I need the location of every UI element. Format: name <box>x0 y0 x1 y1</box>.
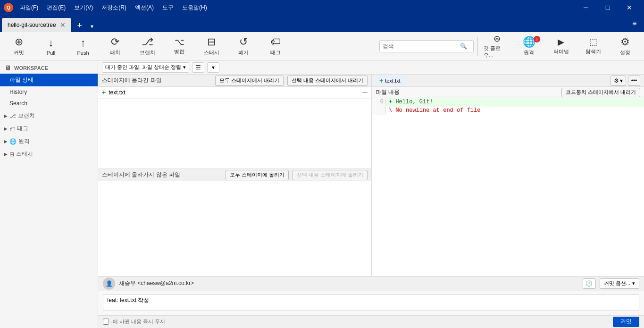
maximize-button[interactable]: □ <box>597 0 619 15</box>
push-icon: ↑ <box>81 37 86 49</box>
chevron-right-icon-2: ▶ <box>4 126 8 131</box>
unstaged-header: 스테이지에 올라가지 않은 파일 모두 스테이지에 올리기 선택 내용 스테이지… <box>98 169 371 181</box>
new-tab-button[interactable]: + <box>73 19 86 32</box>
diff-file-badge: + text.txt <box>376 76 404 85</box>
hamburger-menu[interactable]: ≡ <box>627 16 642 31</box>
titlebar: Q 파일(F) 편집(E) 보기(V) 저장소(R) 액션(A) 도구 도움말(… <box>0 0 644 15</box>
gitflow-label: 깃 플로우... <box>484 45 510 59</box>
stage-selected-button[interactable]: 선택 내용 스테이지에 올리기 <box>293 170 368 180</box>
merge-button[interactable]: ⌥ 병합 <box>164 34 194 59</box>
tag-icon: 🏷 <box>270 36 281 48</box>
push-checkbox[interactable] <box>103 319 109 325</box>
sidebar-item-history[interactable]: History <box>0 86 98 98</box>
menu-tools[interactable]: 도구 <box>159 2 177 14</box>
staged-header-label: 스테이지에 올라간 파일 <box>102 76 162 84</box>
workspace-header: 🖥 WORKSPACE <box>0 60 98 74</box>
tab-hello-git-sourcetree[interactable]: hello-git-sourcetree ✕ <box>2 18 71 32</box>
staged-filename: text.txt <box>109 89 125 96</box>
sort-dropdown[interactable]: 대기 중인 파일, 파일 상태순 정렬 ▾ <box>102 62 189 73</box>
pull-label: Pull <box>47 50 55 56</box>
user-avatar: 👤 <box>103 278 115 290</box>
sidebar-section-remote[interactable]: ▶ 🌐 원격 <box>0 135 98 147</box>
remote-badge: ! <box>534 36 540 42</box>
sidebar-section-branches[interactable]: ▶ ⎇ 브랜치 <box>0 109 98 122</box>
commit-options-button[interactable]: 커밋 옵션... ▾ <box>600 278 639 289</box>
settings-button[interactable]: ⚙ 설정 <box>610 34 640 59</box>
gear-icon: ⚙ <box>614 77 619 84</box>
commit-message-input[interactable] <box>103 294 639 311</box>
menu-view[interactable]: 보기(V) <box>70 2 97 14</box>
close-button[interactable]: ✕ <box>619 0 640 15</box>
push-button[interactable]: ↑ Push <box>68 34 98 59</box>
remote-button[interactable]: 🌐 ! 원격 <box>514 34 544 59</box>
commit-label: 커밋 <box>14 49 24 56</box>
toolbar-divider <box>477 37 478 56</box>
explorer-button[interactable]: ⬚ 탐색기 <box>578 34 608 59</box>
staged-files-section: 스테이지에 올라간 파일 모두 스테이지에서 내리기 선택 내용 스테이지에서 … <box>98 75 371 169</box>
diff-line-added: 0 + Hello, Git! <box>372 98 644 107</box>
staged-file-row[interactable]: + text.txt — <box>98 87 371 99</box>
discard-button[interactable]: ↺ 폐기 <box>228 34 259 59</box>
stage-all-button[interactable]: 모두 스테이지에 올리기 <box>226 170 289 180</box>
view-more-button[interactable]: ▾ <box>207 62 219 73</box>
merge-icon: ⌥ <box>175 37 184 47</box>
explorer-label: 탐색기 <box>585 48 601 55</box>
tag-label: 태그 <box>270 49 281 56</box>
diff-subheader: 파일 내용 코드뭉치 스테이지에서 내리기 <box>372 87 644 98</box>
search-input[interactable] <box>383 43 458 50</box>
search-icon: 🔍 <box>460 43 467 50</box>
chevron-right-icon-3: ▶ <box>4 139 8 144</box>
menu-repo[interactable]: 저장소(R) <box>98 2 130 14</box>
menu-help[interactable]: 도움말(H) <box>178 2 211 14</box>
settings-label: 설정 <box>620 49 630 56</box>
commit-button[interactable]: ⊕ 커밋 <box>4 34 34 59</box>
diff-more-button[interactable]: ••• <box>628 76 640 86</box>
tab-close-button[interactable]: ✕ <box>60 21 66 29</box>
sidebar-section-tags[interactable]: ▶ 🏷 태그 <box>0 122 98 135</box>
menu-action[interactable]: 액션(A) <box>131 2 158 14</box>
menu-bar: 파일(F) 편집(E) 보기(V) 저장소(R) 액션(A) 도구 도움말(H) <box>16 2 575 14</box>
left-panel: 스테이지에 올라간 파일 모두 스테이지에서 내리기 선택 내용 스테이지에서 … <box>98 75 372 276</box>
menu-file[interactable]: 파일(F) <box>16 2 42 14</box>
sidebar-label-stash: ⊟ <box>9 151 14 158</box>
fetch-button[interactable]: ⟳ 패치 <box>100 34 130 59</box>
menu-edit[interactable]: 편집(E) <box>43 2 69 14</box>
commit-footer: -에 바뀐 내용 즉시 푸시 커밋 <box>98 315 644 328</box>
sidebar-item-file-status[interactable]: 파일 상태 <box>0 74 98 86</box>
main-area: 🖥 WORKSPACE 파일 상태 History Search ▶ ⎇ 브랜치… <box>0 60 644 328</box>
terminal-button[interactable]: ▶ 터미널 <box>546 34 576 59</box>
toolbar-search[interactable]: 🔍 <box>379 40 474 52</box>
diff-line-num-0: 0 <box>372 98 386 107</box>
tag-button[interactable]: 🏷 태그 <box>260 34 291 59</box>
pull-button[interactable]: ↓ Pull <box>36 34 66 59</box>
commit-icon: ⊕ <box>15 36 23 48</box>
pull-icon: ↓ <box>49 37 54 49</box>
sidebar-tags-label: 태그 <box>17 125 28 133</box>
commit-options-label: 커밋 옵션... <box>604 280 630 287</box>
unstage-selected-button[interactable]: 선택 내용 스테이지에서 내리기 <box>287 76 368 86</box>
branch-button[interactable]: ⎇ 브랜치 <box>132 34 162 59</box>
sidebar-branches-label: 브랜치 <box>18 112 35 120</box>
right-panel: + text.txt ⚙ ▾ ••• 파일 내용 코드뭉치 스테이지에서 내리기 <box>372 75 644 276</box>
terminal-label: 터미널 <box>553 48 569 55</box>
gitflow-button[interactable]: ⊛ 깃 플로우... <box>482 34 512 59</box>
code-stage-button[interactable]: 코드뭉치 스테이지에서 내리기 <box>561 88 640 97</box>
minimize-button[interactable]: ─ <box>575 0 597 15</box>
tab-dropdown-button[interactable]: ▾ <box>86 21 98 32</box>
view-list-button[interactable]: ☰ <box>192 62 204 73</box>
explorer-icon: ⬚ <box>589 37 597 47</box>
diff-settings-button[interactable]: ⚙ ▾ <box>611 76 626 86</box>
stash-button[interactable]: ⊟ 스태시 <box>196 34 226 59</box>
unstaged-files-section: 스테이지에 올라가지 않은 파일 모두 스테이지에 올리기 선택 내용 스테이지… <box>98 169 371 276</box>
chevron-right-icon-4: ▶ <box>4 151 8 157</box>
push-label: Push <box>77 50 89 56</box>
commit-time-button[interactable]: 🕐 <box>583 278 596 289</box>
sidebar-item-search[interactable]: Search <box>0 98 98 109</box>
unstaged-file-list <box>98 181 371 276</box>
unstage-all-button[interactable]: 모두 스테이지에서 내리기 <box>215 76 284 86</box>
stash-label: 스태시 <box>204 49 219 56</box>
unstage-file-button[interactable]: — <box>362 89 368 96</box>
commit-submit-button[interactable]: 커밋 <box>613 317 639 327</box>
discard-label: 폐기 <box>238 49 249 56</box>
sidebar-section-stash[interactable]: ▶ ⊟ 스태시 <box>0 147 98 160</box>
